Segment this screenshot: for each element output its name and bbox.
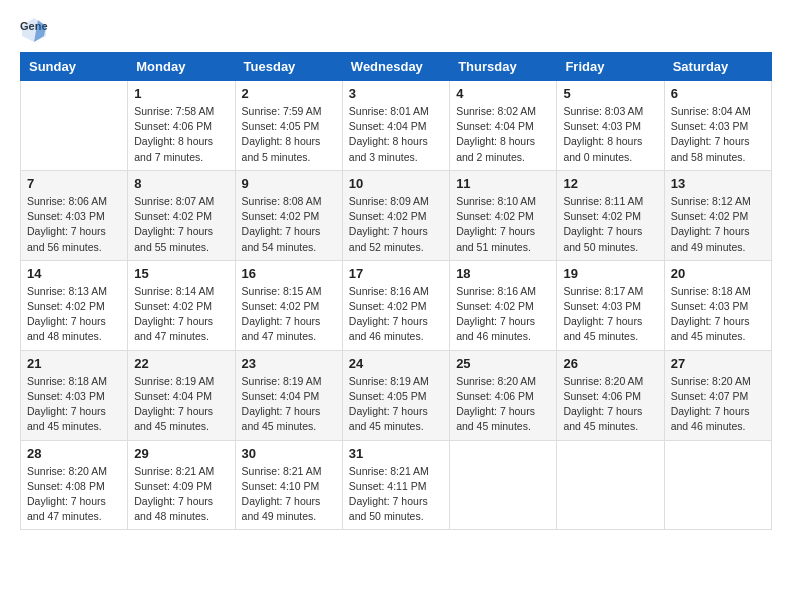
day-number: 24 bbox=[349, 356, 443, 371]
weekday-header: Tuesday bbox=[235, 53, 342, 81]
day-number: 18 bbox=[456, 266, 550, 281]
calendar-week-row: 21Sunrise: 8:18 AMSunset: 4:03 PMDayligh… bbox=[21, 350, 772, 440]
page-header: General bbox=[20, 16, 772, 44]
day-info: Sunrise: 8:19 AMSunset: 4:05 PMDaylight:… bbox=[349, 374, 443, 435]
calendar-cell bbox=[664, 440, 771, 530]
calendar-cell: 20Sunrise: 8:18 AMSunset: 4:03 PMDayligh… bbox=[664, 260, 771, 350]
weekday-header: Wednesday bbox=[342, 53, 449, 81]
day-number: 26 bbox=[563, 356, 657, 371]
calendar-cell: 26Sunrise: 8:20 AMSunset: 4:06 PMDayligh… bbox=[557, 350, 664, 440]
day-info: Sunrise: 8:16 AMSunset: 4:02 PMDaylight:… bbox=[456, 284, 550, 345]
calendar-cell: 25Sunrise: 8:20 AMSunset: 4:06 PMDayligh… bbox=[450, 350, 557, 440]
day-number: 13 bbox=[671, 176, 765, 191]
day-info: Sunrise: 8:15 AMSunset: 4:02 PMDaylight:… bbox=[242, 284, 336, 345]
calendar-cell: 28Sunrise: 8:20 AMSunset: 4:08 PMDayligh… bbox=[21, 440, 128, 530]
day-info: Sunrise: 8:07 AMSunset: 4:02 PMDaylight:… bbox=[134, 194, 228, 255]
calendar-cell: 3Sunrise: 8:01 AMSunset: 4:04 PMDaylight… bbox=[342, 81, 449, 171]
day-info: Sunrise: 8:18 AMSunset: 4:03 PMDaylight:… bbox=[671, 284, 765, 345]
weekday-header: Monday bbox=[128, 53, 235, 81]
day-info: Sunrise: 8:20 AMSunset: 4:07 PMDaylight:… bbox=[671, 374, 765, 435]
calendar-cell: 6Sunrise: 8:04 AMSunset: 4:03 PMDaylight… bbox=[664, 81, 771, 171]
day-info: Sunrise: 8:03 AMSunset: 4:03 PMDaylight:… bbox=[563, 104, 657, 165]
day-number: 16 bbox=[242, 266, 336, 281]
day-info: Sunrise: 8:11 AMSunset: 4:02 PMDaylight:… bbox=[563, 194, 657, 255]
day-number: 2 bbox=[242, 86, 336, 101]
calendar-cell: 11Sunrise: 8:10 AMSunset: 4:02 PMDayligh… bbox=[450, 170, 557, 260]
day-info: Sunrise: 7:59 AMSunset: 4:05 PMDaylight:… bbox=[242, 104, 336, 165]
day-info: Sunrise: 8:10 AMSunset: 4:02 PMDaylight:… bbox=[456, 194, 550, 255]
day-number: 29 bbox=[134, 446, 228, 461]
day-number: 21 bbox=[27, 356, 121, 371]
day-number: 6 bbox=[671, 86, 765, 101]
day-number: 30 bbox=[242, 446, 336, 461]
day-number: 17 bbox=[349, 266, 443, 281]
calendar-cell bbox=[450, 440, 557, 530]
day-number: 19 bbox=[563, 266, 657, 281]
day-info: Sunrise: 8:01 AMSunset: 4:04 PMDaylight:… bbox=[349, 104, 443, 165]
day-number: 8 bbox=[134, 176, 228, 191]
calendar-cell: 9Sunrise: 8:08 AMSunset: 4:02 PMDaylight… bbox=[235, 170, 342, 260]
day-info: Sunrise: 8:19 AMSunset: 4:04 PMDaylight:… bbox=[242, 374, 336, 435]
calendar-week-row: 14Sunrise: 8:13 AMSunset: 4:02 PMDayligh… bbox=[21, 260, 772, 350]
calendar-cell: 8Sunrise: 8:07 AMSunset: 4:02 PMDaylight… bbox=[128, 170, 235, 260]
calendar-cell: 2Sunrise: 7:59 AMSunset: 4:05 PMDaylight… bbox=[235, 81, 342, 171]
day-info: Sunrise: 8:13 AMSunset: 4:02 PMDaylight:… bbox=[27, 284, 121, 345]
calendar-cell: 10Sunrise: 8:09 AMSunset: 4:02 PMDayligh… bbox=[342, 170, 449, 260]
calendar-cell bbox=[21, 81, 128, 171]
day-info: Sunrise: 8:21 AMSunset: 4:09 PMDaylight:… bbox=[134, 464, 228, 525]
calendar-cell: 13Sunrise: 8:12 AMSunset: 4:02 PMDayligh… bbox=[664, 170, 771, 260]
weekday-header: Friday bbox=[557, 53, 664, 81]
calendar-cell: 16Sunrise: 8:15 AMSunset: 4:02 PMDayligh… bbox=[235, 260, 342, 350]
calendar-table: SundayMondayTuesdayWednesdayThursdayFrid… bbox=[20, 52, 772, 530]
day-info: Sunrise: 8:21 AMSunset: 4:10 PMDaylight:… bbox=[242, 464, 336, 525]
calendar-cell: 4Sunrise: 8:02 AMSunset: 4:04 PMDaylight… bbox=[450, 81, 557, 171]
calendar-cell: 15Sunrise: 8:14 AMSunset: 4:02 PMDayligh… bbox=[128, 260, 235, 350]
day-info: Sunrise: 8:20 AMSunset: 4:06 PMDaylight:… bbox=[456, 374, 550, 435]
calendar-cell: 5Sunrise: 8:03 AMSunset: 4:03 PMDaylight… bbox=[557, 81, 664, 171]
calendar-cell: 21Sunrise: 8:18 AMSunset: 4:03 PMDayligh… bbox=[21, 350, 128, 440]
calendar-cell: 27Sunrise: 8:20 AMSunset: 4:07 PMDayligh… bbox=[664, 350, 771, 440]
day-info: Sunrise: 8:12 AMSunset: 4:02 PMDaylight:… bbox=[671, 194, 765, 255]
calendar-cell: 7Sunrise: 8:06 AMSunset: 4:03 PMDaylight… bbox=[21, 170, 128, 260]
calendar-cell: 17Sunrise: 8:16 AMSunset: 4:02 PMDayligh… bbox=[342, 260, 449, 350]
calendar-cell: 31Sunrise: 8:21 AMSunset: 4:11 PMDayligh… bbox=[342, 440, 449, 530]
day-number: 27 bbox=[671, 356, 765, 371]
calendar-cell: 18Sunrise: 8:16 AMSunset: 4:02 PMDayligh… bbox=[450, 260, 557, 350]
day-number: 7 bbox=[27, 176, 121, 191]
calendar-cell: 1Sunrise: 7:58 AMSunset: 4:06 PMDaylight… bbox=[128, 81, 235, 171]
day-info: Sunrise: 8:04 AMSunset: 4:03 PMDaylight:… bbox=[671, 104, 765, 165]
day-info: Sunrise: 8:20 AMSunset: 4:08 PMDaylight:… bbox=[27, 464, 121, 525]
calendar-cell: 30Sunrise: 8:21 AMSunset: 4:10 PMDayligh… bbox=[235, 440, 342, 530]
calendar-cell: 24Sunrise: 8:19 AMSunset: 4:05 PMDayligh… bbox=[342, 350, 449, 440]
day-number: 22 bbox=[134, 356, 228, 371]
calendar-week-row: 7Sunrise: 8:06 AMSunset: 4:03 PMDaylight… bbox=[21, 170, 772, 260]
day-number: 12 bbox=[563, 176, 657, 191]
day-info: Sunrise: 8:14 AMSunset: 4:02 PMDaylight:… bbox=[134, 284, 228, 345]
day-number: 20 bbox=[671, 266, 765, 281]
weekday-header: Thursday bbox=[450, 53, 557, 81]
day-number: 3 bbox=[349, 86, 443, 101]
day-number: 10 bbox=[349, 176, 443, 191]
calendar-cell: 23Sunrise: 8:19 AMSunset: 4:04 PMDayligh… bbox=[235, 350, 342, 440]
day-info: Sunrise: 8:18 AMSunset: 4:03 PMDaylight:… bbox=[27, 374, 121, 435]
day-number: 14 bbox=[27, 266, 121, 281]
day-number: 23 bbox=[242, 356, 336, 371]
day-number: 1 bbox=[134, 86, 228, 101]
calendar-cell bbox=[557, 440, 664, 530]
day-number: 25 bbox=[456, 356, 550, 371]
calendar-cell: 14Sunrise: 8:13 AMSunset: 4:02 PMDayligh… bbox=[21, 260, 128, 350]
day-number: 28 bbox=[27, 446, 121, 461]
day-number: 15 bbox=[134, 266, 228, 281]
day-info: Sunrise: 8:06 AMSunset: 4:03 PMDaylight:… bbox=[27, 194, 121, 255]
day-number: 9 bbox=[242, 176, 336, 191]
calendar-cell: 22Sunrise: 8:19 AMSunset: 4:04 PMDayligh… bbox=[128, 350, 235, 440]
day-info: Sunrise: 8:20 AMSunset: 4:06 PMDaylight:… bbox=[563, 374, 657, 435]
logo: General bbox=[20, 16, 50, 44]
calendar-week-row: 1Sunrise: 7:58 AMSunset: 4:06 PMDaylight… bbox=[21, 81, 772, 171]
day-info: Sunrise: 8:16 AMSunset: 4:02 PMDaylight:… bbox=[349, 284, 443, 345]
weekday-header: Sunday bbox=[21, 53, 128, 81]
day-info: Sunrise: 8:17 AMSunset: 4:03 PMDaylight:… bbox=[563, 284, 657, 345]
day-number: 4 bbox=[456, 86, 550, 101]
day-info: Sunrise: 7:58 AMSunset: 4:06 PMDaylight:… bbox=[134, 104, 228, 165]
calendar-cell: 19Sunrise: 8:17 AMSunset: 4:03 PMDayligh… bbox=[557, 260, 664, 350]
